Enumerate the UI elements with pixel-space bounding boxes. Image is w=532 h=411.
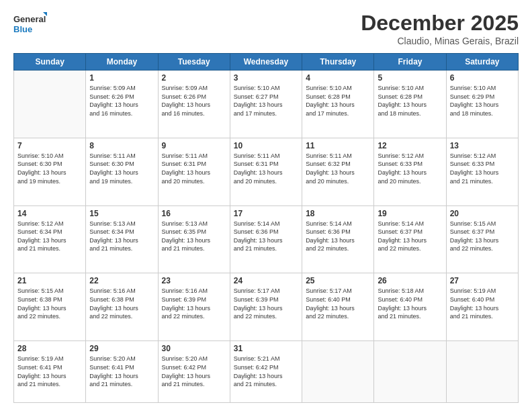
day-number: 10: [234, 141, 298, 150]
calendar-cell: 17Sunrise: 5:14 AM Sunset: 6:36 PM Dayli…: [230, 205, 302, 273]
day-info: Sunrise: 5:14 AM Sunset: 6:37 PM Dayligh…: [378, 220, 442, 253]
calendar-cell: 9Sunrise: 5:11 AM Sunset: 6:31 PM Daylig…: [158, 138, 230, 205]
calendar-cell: 3Sunrise: 5:10 AM Sunset: 6:27 PM Daylig…: [230, 71, 302, 138]
day-info: Sunrise: 5:14 AM Sunset: 6:36 PM Dayligh…: [234, 220, 298, 253]
calendar-week-1: 1Sunrise: 5:09 AM Sunset: 6:26 PM Daylig…: [14, 71, 519, 138]
day-number: 19: [378, 209, 442, 218]
calendar-cell: 5Sunrise: 5:10 AM Sunset: 6:28 PM Daylig…: [374, 71, 446, 138]
day-info: Sunrise: 5:15 AM Sunset: 6:37 PM Dayligh…: [450, 220, 515, 253]
day-info: Sunrise: 5:17 AM Sunset: 6:40 PM Dayligh…: [306, 287, 370, 320]
day-number: 5: [378, 73, 442, 83]
month-title: December 2025: [361, 11, 519, 36]
day-number: 6: [450, 73, 515, 83]
day-info: Sunrise: 5:10 AM Sunset: 6:30 PM Dayligh…: [17, 152, 82, 185]
calendar-cell: 13Sunrise: 5:12 AM Sunset: 6:33 PM Dayli…: [446, 138, 518, 205]
calendar-cell: 26Sunrise: 5:18 AM Sunset: 6:40 PM Dayli…: [374, 273, 446, 341]
day-info: Sunrise: 5:19 AM Sunset: 6:40 PM Dayligh…: [450, 287, 515, 320]
calendar-cell: 20Sunrise: 5:15 AM Sunset: 6:37 PM Dayli…: [446, 205, 518, 273]
day-number: 7: [17, 141, 82, 150]
day-info: Sunrise: 5:10 AM Sunset: 6:29 PM Dayligh…: [450, 84, 515, 118]
calendar-cell: 16Sunrise: 5:13 AM Sunset: 6:35 PM Dayli…: [158, 205, 230, 273]
calendar-cell: 27Sunrise: 5:19 AM Sunset: 6:40 PM Dayli…: [446, 273, 518, 341]
day-info: Sunrise: 5:20 AM Sunset: 6:41 PM Dayligh…: [89, 355, 154, 388]
day-number: 15: [89, 209, 154, 218]
svg-text:Blue: Blue: [13, 24, 32, 34]
calendar-cell: 4Sunrise: 5:10 AM Sunset: 6:28 PM Daylig…: [302, 71, 374, 138]
calendar-cell: [14, 71, 86, 138]
calendar-cell: 23Sunrise: 5:16 AM Sunset: 6:39 PM Dayli…: [158, 273, 230, 341]
day-info: Sunrise: 5:09 AM Sunset: 6:26 PM Dayligh…: [162, 84, 226, 118]
day-info: Sunrise: 5:15 AM Sunset: 6:38 PM Dayligh…: [17, 287, 82, 320]
day-number: 31: [234, 344, 298, 353]
page: General Blue December 2025 Claudio, Mina…: [0, 0, 532, 411]
calendar-cell: 28Sunrise: 5:19 AM Sunset: 6:41 PM Dayli…: [14, 341, 86, 403]
day-number: 25: [306, 276, 370, 285]
logo-svg: General Blue: [13, 11, 47, 38]
calendar-week-3: 14Sunrise: 5:12 AM Sunset: 6:34 PM Dayli…: [14, 205, 519, 273]
day-info: Sunrise: 5:11 AM Sunset: 6:32 PM Dayligh…: [306, 152, 370, 185]
calendar-week-2: 7Sunrise: 5:10 AM Sunset: 6:30 PM Daylig…: [14, 138, 519, 205]
day-info: Sunrise: 5:10 AM Sunset: 6:27 PM Dayligh…: [234, 84, 298, 118]
day-number: 18: [306, 209, 370, 218]
day-info: Sunrise: 5:14 AM Sunset: 6:36 PM Dayligh…: [306, 220, 370, 253]
day-info: Sunrise: 5:10 AM Sunset: 6:28 PM Dayligh…: [306, 84, 370, 118]
calendar-cell: 12Sunrise: 5:12 AM Sunset: 6:33 PM Dayli…: [374, 138, 446, 205]
calendar-cell: 14Sunrise: 5:12 AM Sunset: 6:34 PM Dayli…: [14, 205, 86, 273]
weekday-header-friday: Friday: [374, 54, 446, 71]
weekday-header-row: SundayMondayTuesdayWednesdayThursdayFrid…: [14, 54, 519, 71]
calendar-cell: 2Sunrise: 5:09 AM Sunset: 6:26 PM Daylig…: [158, 71, 230, 138]
day-info: Sunrise: 5:21 AM Sunset: 6:42 PM Dayligh…: [234, 355, 298, 388]
day-number: 1: [89, 73, 154, 83]
calendar-cell: 19Sunrise: 5:14 AM Sunset: 6:37 PM Dayli…: [374, 205, 446, 273]
day-number: 12: [378, 141, 442, 150]
calendar-cell: 18Sunrise: 5:14 AM Sunset: 6:36 PM Dayli…: [302, 205, 374, 273]
day-number: 20: [450, 209, 515, 218]
day-number: 22: [89, 276, 154, 285]
weekday-header-saturday: Saturday: [446, 54, 518, 71]
day-info: Sunrise: 5:12 AM Sunset: 6:33 PM Dayligh…: [450, 152, 515, 185]
weekday-header-tuesday: Tuesday: [158, 54, 230, 71]
calendar-cell: 7Sunrise: 5:10 AM Sunset: 6:30 PM Daylig…: [14, 138, 86, 205]
day-number: 13: [450, 141, 515, 150]
day-number: 9: [162, 141, 226, 150]
title-block: December 2025 Claudio, Minas Gerais, Bra…: [361, 11, 519, 46]
calendar-week-5: 28Sunrise: 5:19 AM Sunset: 6:41 PM Dayli…: [14, 341, 519, 403]
calendar-cell: 15Sunrise: 5:13 AM Sunset: 6:34 PM Dayli…: [86, 205, 158, 273]
svg-text:General: General: [13, 14, 46, 24]
calendar: SundayMondayTuesdayWednesdayThursdayFrid…: [13, 53, 519, 403]
day-info: Sunrise: 5:16 AM Sunset: 6:38 PM Dayligh…: [89, 287, 154, 320]
calendar-cell: 6Sunrise: 5:10 AM Sunset: 6:29 PM Daylig…: [446, 71, 518, 138]
calendar-week-4: 21Sunrise: 5:15 AM Sunset: 6:38 PM Dayli…: [14, 273, 519, 341]
day-number: 11: [306, 141, 370, 150]
day-number: 26: [378, 276, 442, 285]
day-number: 8: [89, 141, 154, 150]
day-info: Sunrise: 5:13 AM Sunset: 6:35 PM Dayligh…: [162, 220, 226, 253]
weekday-header-wednesday: Wednesday: [230, 54, 302, 71]
calendar-cell: 22Sunrise: 5:16 AM Sunset: 6:38 PM Dayli…: [86, 273, 158, 341]
day-info: Sunrise: 5:16 AM Sunset: 6:39 PM Dayligh…: [162, 287, 226, 320]
calendar-cell: [374, 341, 446, 403]
day-number: 24: [234, 276, 298, 285]
day-number: 2: [162, 73, 226, 83]
day-info: Sunrise: 5:11 AM Sunset: 6:31 PM Dayligh…: [162, 152, 226, 185]
day-info: Sunrise: 5:12 AM Sunset: 6:34 PM Dayligh…: [17, 220, 82, 253]
day-info: Sunrise: 5:11 AM Sunset: 6:30 PM Dayligh…: [89, 152, 154, 185]
day-info: Sunrise: 5:11 AM Sunset: 6:31 PM Dayligh…: [234, 152, 298, 185]
day-number: 3: [234, 73, 298, 83]
day-info: Sunrise: 5:10 AM Sunset: 6:28 PM Dayligh…: [378, 84, 442, 118]
calendar-cell: [446, 341, 518, 403]
day-number: 21: [17, 276, 82, 285]
location: Claudio, Minas Gerais, Brazil: [361, 36, 519, 46]
day-number: 16: [162, 209, 226, 218]
day-number: 4: [306, 73, 370, 83]
weekday-header-sunday: Sunday: [14, 54, 86, 71]
header: General Blue December 2025 Claudio, Mina…: [13, 11, 519, 46]
weekday-header-monday: Monday: [86, 54, 158, 71]
calendar-cell: 21Sunrise: 5:15 AM Sunset: 6:38 PM Dayli…: [14, 273, 86, 341]
day-info: Sunrise: 5:12 AM Sunset: 6:33 PM Dayligh…: [378, 152, 442, 185]
calendar-cell: 30Sunrise: 5:20 AM Sunset: 6:42 PM Dayli…: [158, 341, 230, 403]
calendar-cell: 11Sunrise: 5:11 AM Sunset: 6:32 PM Dayli…: [302, 138, 374, 205]
day-number: 23: [162, 276, 226, 285]
calendar-cell: 24Sunrise: 5:17 AM Sunset: 6:39 PM Dayli…: [230, 273, 302, 341]
calendar-cell: 25Sunrise: 5:17 AM Sunset: 6:40 PM Dayli…: [302, 273, 374, 341]
